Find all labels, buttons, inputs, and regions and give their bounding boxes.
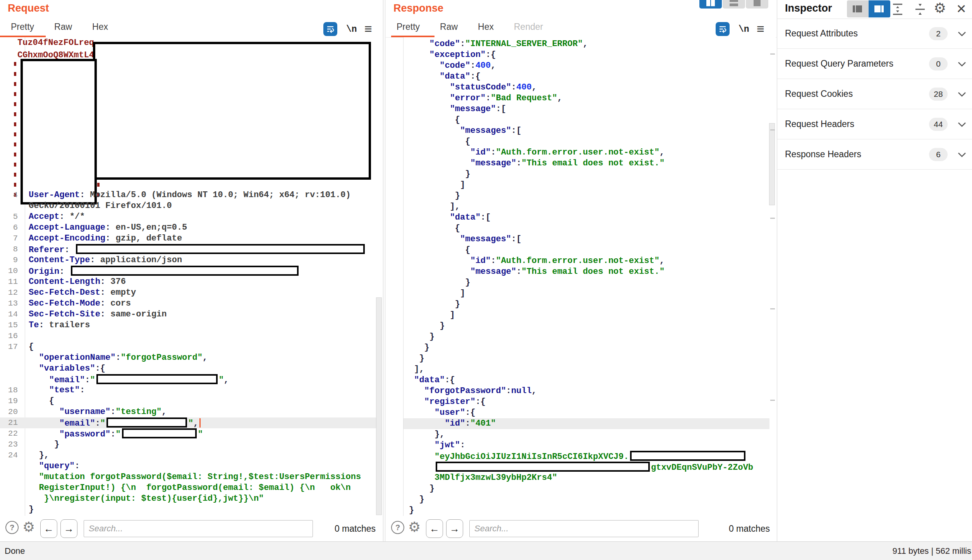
inspector-section-response-headers[interactable]: Response Headers6 xyxy=(777,139,972,170)
code-line: 13Sec-Fetch-Mode: cors xyxy=(0,298,376,309)
code-line: 16 xyxy=(0,331,376,342)
code-line: } xyxy=(404,299,769,310)
response-editor[interactable]: "code":"INTERNAL_SERVER_ERROR", "excepti… xyxy=(403,37,776,516)
previous-match-button[interactable]: ← xyxy=(426,519,443,538)
code-line: 8Referer: xyxy=(0,244,376,255)
tab-raw[interactable]: Raw xyxy=(54,22,72,37)
word-wrap-glyph xyxy=(718,25,727,33)
collapse-all-icon[interactable] xyxy=(891,3,904,17)
response-search-input[interactable] xyxy=(469,520,699,537)
scrollbar-marker xyxy=(770,400,775,401)
request-search-input[interactable] xyxy=(84,520,313,537)
code-line: } xyxy=(404,483,769,494)
inspector-section-label: Response Headers xyxy=(785,139,861,169)
code-line: "data":{ xyxy=(404,375,769,386)
code-line: "message":"This email does not exist." xyxy=(404,266,769,277)
inspector-section-label: Request Headers xyxy=(785,109,854,139)
word-wrap-icon[interactable] xyxy=(716,22,730,36)
dock-left-layout-icon[interactable] xyxy=(847,0,869,17)
newline-toggle-icon[interactable]: \n xyxy=(346,24,357,34)
tab-pretty[interactable]: Pretty xyxy=(11,22,34,37)
code-line: ], xyxy=(404,364,769,375)
request-panel: Request PrettyRawHex \n ≡ Tuz04fNezFOLre… xyxy=(0,0,383,541)
code-line: 9Content-Type: application/json xyxy=(0,255,376,266)
code-line: "variables":{ xyxy=(0,363,376,374)
stacked-layout-icon[interactable] xyxy=(723,0,745,9)
single-view-layout-icon[interactable] xyxy=(746,0,768,9)
response-match-count: 0 matches xyxy=(729,524,770,534)
count-badge: 44 xyxy=(929,118,948,131)
code-line: ] xyxy=(404,288,769,299)
response-size-timing: 911 bytes | 562 millis xyxy=(893,546,971,556)
word-wrap-icon[interactable] xyxy=(323,22,337,36)
redacted-text-fragments-left xyxy=(14,62,16,200)
tab-hex[interactable]: Hex xyxy=(92,22,108,37)
line-number: 17 xyxy=(0,342,18,352)
request-scrollbar-thumb[interactable] xyxy=(376,297,382,515)
inspector-close-icon[interactable]: ✕ xyxy=(956,2,967,16)
line-number: 7 xyxy=(0,233,18,244)
count-badge: 6 xyxy=(929,148,948,161)
response-scrollbar-thumb[interactable] xyxy=(769,123,775,205)
tab-hex[interactable]: Hex xyxy=(478,22,494,37)
code-line: } xyxy=(404,342,769,353)
chevron-down-icon[interactable] xyxy=(958,61,966,68)
inspector-section-label: Request Attributes xyxy=(785,19,858,48)
line-number: 14 xyxy=(0,309,18,320)
scrollbar-marker xyxy=(770,129,775,131)
side-by-side-layout-icon[interactable] xyxy=(699,0,722,9)
code-line: } xyxy=(404,494,769,505)
line-number: 10 xyxy=(0,266,18,277)
panel-divider-1[interactable] xyxy=(383,0,383,541)
code-line: 12Sec-Fetch-Dest: empty xyxy=(0,287,376,298)
help-icon[interactable]: ? xyxy=(391,521,404,534)
chevron-down-icon[interactable] xyxy=(958,122,966,129)
code-line: 11Content-Length: 376 xyxy=(0,277,376,287)
search-settings-gear-icon[interactable]: ⚙ xyxy=(408,519,421,535)
help-icon[interactable]: ? xyxy=(5,521,19,534)
search-settings-gear-icon[interactable]: ⚙ xyxy=(22,519,35,535)
word-wrap-glyph xyxy=(326,25,335,33)
inspector-section-request-cookies[interactable]: Request Cookies28 xyxy=(777,79,972,109)
inspector-settings-gear-icon[interactable]: ⚙ xyxy=(934,0,946,16)
panel-divider-2 xyxy=(385,0,385,541)
chevron-down-icon[interactable] xyxy=(958,31,966,38)
code-line: RegisterInput!) {\n forgotPassword(email… xyxy=(0,483,376,493)
line-number: 20 xyxy=(0,407,18,417)
editor-menu-icon[interactable]: ≡ xyxy=(364,22,372,36)
line-number: 22 xyxy=(0,428,18,439)
redaction-box xyxy=(71,266,299,276)
inspector-section-request-headers[interactable]: Request Headers44 xyxy=(777,109,972,139)
chevron-down-icon[interactable] xyxy=(958,152,966,159)
previous-match-button[interactable]: ← xyxy=(40,519,57,538)
request-editor[interactable]: Tuz04fNezFOLreq CGhxmOoQ8WXmtL4 4User-Ag… xyxy=(0,37,383,516)
newline-toggle-icon[interactable]: \n xyxy=(738,24,749,34)
tab-raw[interactable]: Raw xyxy=(440,22,458,37)
code-line: "forgotPassword":null, xyxy=(404,386,769,397)
scrollbar-marker xyxy=(770,53,775,55)
next-match-button[interactable]: → xyxy=(60,519,77,538)
line-number: 16 xyxy=(0,331,18,342)
count-badge: 28 xyxy=(929,88,948,101)
tab-pretty[interactable]: Pretty xyxy=(397,22,420,37)
inspector-title: Inspector xyxy=(785,2,832,14)
chevron-down-icon[interactable] xyxy=(958,91,966,98)
code-line: "statusCode":400, xyxy=(404,82,769,93)
line-number: 12 xyxy=(0,287,18,298)
code-line: 24 }, xyxy=(0,450,376,461)
inspector-section-request-attributes[interactable]: Request Attributes2 xyxy=(777,19,972,49)
redaction-box xyxy=(436,462,650,472)
next-match-button[interactable]: → xyxy=(446,519,463,538)
redaction-box-small xyxy=(21,59,97,204)
dock-right-layout-icon[interactable] xyxy=(869,0,890,17)
tab-render[interactable]: Render xyxy=(514,22,543,37)
code-line: ], xyxy=(404,201,769,212)
code-line: "id":"Auth.form.error.user.not-exist", xyxy=(404,147,769,158)
code-line: 18 "test": xyxy=(0,385,376,396)
inspector-section-request-query-parameters[interactable]: Request Query Parameters0 xyxy=(777,49,972,79)
expand-all-icon[interactable] xyxy=(914,3,927,17)
line-number: 19 xyxy=(0,396,18,407)
inspector-section-label: Request Cookies xyxy=(785,79,853,109)
editor-menu-icon[interactable]: ≡ xyxy=(757,22,764,36)
code-line: "id":"401" xyxy=(404,418,769,429)
